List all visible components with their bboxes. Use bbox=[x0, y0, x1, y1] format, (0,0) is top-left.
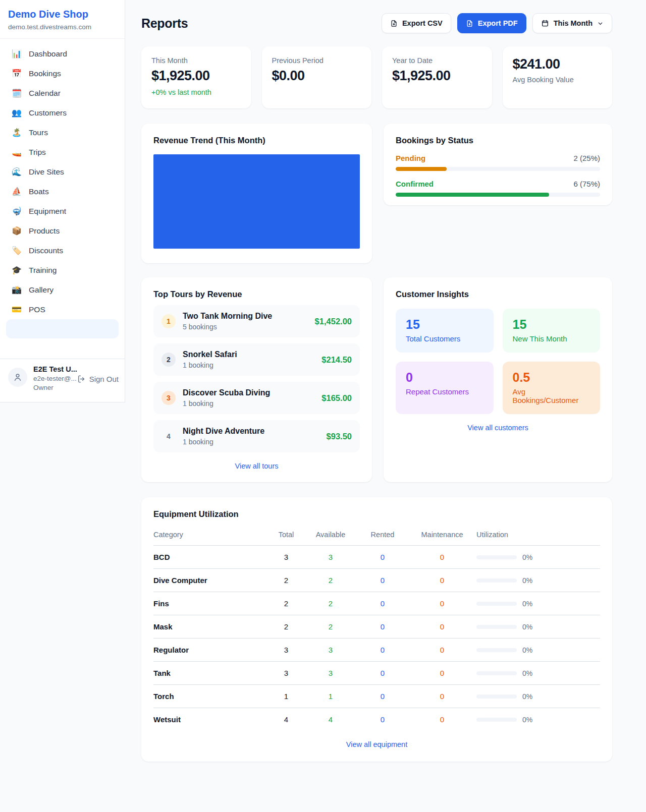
person-icon bbox=[13, 372, 23, 382]
tour-revenue: $93.50 bbox=[327, 432, 352, 441]
stat-label: Avg Booking Value bbox=[513, 76, 603, 84]
utilization-text: 0% bbox=[522, 692, 532, 701]
equipment-rented: 0 bbox=[357, 546, 408, 569]
table-row: Wetsuit 4 4 0 0 0% bbox=[153, 708, 600, 731]
sign-out-icon bbox=[77, 375, 86, 383]
equipment-utilization-cell: 0% bbox=[476, 592, 600, 615]
nav-item-icon: 🗓️ bbox=[11, 88, 22, 98]
equipment-category: Dive Computer bbox=[153, 569, 268, 592]
equipment-available: 3 bbox=[304, 662, 357, 685]
insight-value: 0.5 bbox=[513, 370, 590, 385]
export-pdf-button[interactable]: Export PDF bbox=[457, 13, 526, 33]
stat-card-previous-period: Previous Period $0.00 bbox=[262, 46, 372, 108]
sidebar-item-pos[interactable]: 💳 POS bbox=[6, 300, 119, 319]
tour-bookings: 1 booking bbox=[183, 399, 270, 408]
nav-item-label: Tours bbox=[29, 128, 48, 137]
nav-item-icon: 💳 bbox=[11, 305, 22, 314]
insights-grid: 15 Total Customers 15 New This Month 0 R… bbox=[396, 309, 600, 414]
nav-item-icon: 🌊 bbox=[11, 167, 22, 177]
tour-revenue: $1,452.00 bbox=[315, 317, 352, 326]
sidebar-item-dive-sites[interactable]: 🌊 Dive Sites bbox=[6, 162, 119, 182]
equipment-total: 2 bbox=[268, 569, 304, 592]
sidebar-item-dashboard[interactable]: 📊 Dashboard bbox=[6, 44, 119, 64]
sidebar-item-gallery[interactable]: 📸 Gallery bbox=[6, 280, 119, 300]
header-actions: Export CSV Export PDF This Month bbox=[382, 13, 612, 33]
equipment-utilization-cell: 0% bbox=[476, 708, 600, 731]
equipment-maintenance: 0 bbox=[408, 639, 476, 662]
sidebar-item-calendar[interactable]: 🗓️ Calendar bbox=[6, 83, 119, 103]
nav-item-icon: 📦 bbox=[11, 226, 22, 236]
nav-item-icon: 👥 bbox=[11, 108, 22, 118]
progress-fill bbox=[396, 193, 549, 197]
nav-item-icon: 🏷️ bbox=[11, 246, 22, 255]
equipment-category: Mask bbox=[153, 615, 268, 639]
sidebar-item-reports-active-partial[interactable] bbox=[6, 319, 119, 338]
sidebar-item-customers[interactable]: 👥 Customers bbox=[6, 103, 119, 123]
equipment-total: 3 bbox=[268, 662, 304, 685]
insight-label: Repeat Customers bbox=[406, 387, 483, 396]
tour-bookings: 5 bookings bbox=[183, 323, 272, 331]
sidebar-item-training[interactable]: 🎓 Training bbox=[6, 260, 119, 280]
export-csv-button[interactable]: Export CSV bbox=[382, 13, 451, 33]
main-content: Reports Export CSV Export PDF bbox=[125, 0, 612, 782]
stat-label: This Month bbox=[151, 56, 241, 65]
insight-repeat-customers: 0 Repeat Customers bbox=[396, 362, 494, 414]
utilization-text: 0% bbox=[522, 600, 532, 608]
revenue-trend-panel: Revenue Trend (This Month) bbox=[141, 124, 372, 263]
nav-item-label: Training bbox=[29, 266, 57, 275]
view-all-tours-link[interactable]: View all tours bbox=[153, 462, 360, 470]
shop-domain: demo.test.divestreams.com bbox=[8, 23, 117, 31]
rank-badge: 2 bbox=[162, 353, 176, 367]
equipment-total: 3 bbox=[268, 546, 304, 569]
sign-out-label: Sign Out bbox=[89, 375, 119, 383]
equipment-category: Tank bbox=[153, 662, 268, 685]
view-all-customers-link[interactable]: View all customers bbox=[396, 424, 600, 432]
utilization-bar bbox=[476, 718, 517, 722]
sign-out-button[interactable]: Sign Out bbox=[77, 375, 119, 383]
nav-item-icon: ⛵ bbox=[11, 187, 22, 196]
panel-title: Bookings by Status bbox=[396, 136, 600, 145]
equipment-utilization-cell: 0% bbox=[476, 615, 600, 639]
nav-item-icon: 📸 bbox=[11, 285, 22, 295]
utilization-bar bbox=[476, 555, 517, 559]
equipment-maintenance: 0 bbox=[408, 708, 476, 731]
sidebar-item-bookings[interactable]: 📅 Bookings bbox=[6, 64, 119, 83]
sidebar-item-products[interactable]: 📦 Products bbox=[6, 221, 119, 241]
status-label: Pending bbox=[396, 154, 425, 162]
equipment-rented: 0 bbox=[357, 615, 408, 639]
tour-name: Snorkel Safari bbox=[183, 350, 237, 359]
view-all-equipment-link[interactable]: View all equipment bbox=[153, 740, 600, 748]
table-row: Torch 1 1 0 0 0% bbox=[153, 685, 600, 708]
user-avatar bbox=[8, 368, 27, 387]
sidebar-item-discounts[interactable]: 🏷️ Discounts bbox=[6, 241, 119, 260]
sidebar-item-equipment[interactable]: 🤿 Equipment bbox=[6, 201, 119, 221]
utilization-bar bbox=[476, 602, 517, 606]
panel-title: Top Tours by Revenue bbox=[153, 289, 360, 299]
equipment-category: Fins bbox=[153, 592, 268, 615]
rank-badge: 1 bbox=[162, 314, 176, 328]
equipment-available: 1 bbox=[304, 685, 357, 708]
tour-list-item: 4 Night Dive Adventure 1 booking $93.50 bbox=[153, 420, 360, 452]
insight-value: 15 bbox=[513, 317, 590, 332]
panel-title: Revenue Trend (This Month) bbox=[153, 136, 360, 145]
nav-item-label: Gallery bbox=[29, 285, 53, 295]
utilization-bar bbox=[476, 578, 517, 583]
equipment-available: 2 bbox=[304, 569, 357, 592]
sidebar-item-tours[interactable]: 🏝️ Tours bbox=[6, 123, 119, 142]
nav-item-label: Trips bbox=[29, 148, 46, 157]
rank-badge: 3 bbox=[162, 391, 176, 405]
nav-item-label: Calendar bbox=[29, 89, 61, 98]
equipment-category: Regulator bbox=[153, 639, 268, 662]
equipment-utilization-panel: Equipment Utilization Category Total Ava… bbox=[141, 497, 612, 762]
equipment-maintenance: 0 bbox=[408, 592, 476, 615]
sidebar-item-trips[interactable]: 🚤 Trips bbox=[6, 142, 119, 162]
utilization-text: 0% bbox=[522, 623, 532, 631]
nav-item-icon: 📊 bbox=[11, 49, 22, 59]
equipment-total: 4 bbox=[268, 708, 304, 731]
nav-item-label: Customers bbox=[29, 108, 67, 118]
sidebar-item-boats[interactable]: ⛵ Boats bbox=[6, 182, 119, 201]
period-select[interactable]: This Month bbox=[532, 13, 612, 33]
insights-row: Top Tours by Revenue 1 Two Tank Morning … bbox=[141, 277, 612, 482]
stat-value: $1,925.00 bbox=[151, 68, 241, 84]
top-tours-panel: Top Tours by Revenue 1 Two Tank Morning … bbox=[141, 277, 372, 482]
